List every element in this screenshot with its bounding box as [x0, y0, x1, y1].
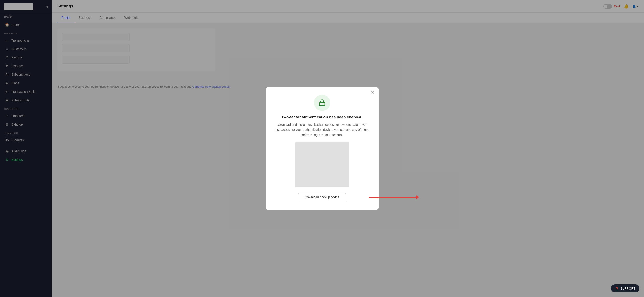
modal-description: Download and store these backup codes so… [275, 122, 370, 137]
support-label: SUPPORT [620, 286, 636, 290]
support-icon: ❓ [615, 286, 619, 290]
arrow-line [369, 197, 416, 198]
modal-icon-wrap [314, 95, 330, 111]
modal-title: Two-factor authentication has been enabl… [282, 115, 363, 120]
arrow-annotation [369, 195, 419, 199]
svg-rect-0 [320, 103, 325, 106]
support-button[interactable]: ❓ SUPPORT [611, 284, 640, 292]
tfa-modal: ✕ Two-factor authentication has been ena… [266, 87, 378, 210]
lock-icon [318, 99, 326, 106]
modal-close-button[interactable]: ✕ [371, 91, 374, 95]
download-backup-codes-button[interactable]: Download backup codes [298, 193, 346, 201]
backup-codes-image [295, 142, 349, 187]
arrow-head [416, 195, 419, 199]
modal-overlay: ✕ Two-factor authentication has been ena… [0, 0, 644, 297]
